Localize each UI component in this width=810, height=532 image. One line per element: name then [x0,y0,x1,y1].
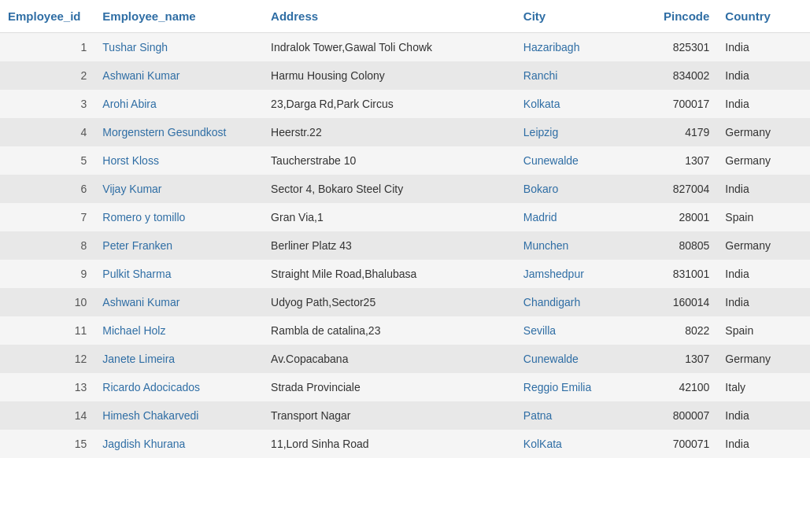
cell-city: Bokaro [516,175,634,203]
cell-address: Gran Via,1 [263,203,516,231]
cell-city: Chandigarh [516,288,634,316]
cell-employee-id: 3 [0,90,94,118]
table-row: 10Ashwani KumarUdyog Path,Sector25Chandi… [0,288,810,316]
cell-employee-id: 7 [0,203,94,231]
cell-pincode: 800007 [633,401,717,430]
cell-city: Munchen [516,231,634,260]
cell-pincode: 42100 [633,373,717,401]
table-row: 15Jagdish Khurana11,Lord Sinha RoadKolKa… [0,430,810,458]
cell-city: Patna [516,401,634,430]
cell-address: Heerstr.22 [263,118,516,146]
cell-employee-name: Vijay Kumar [94,175,263,203]
cell-employee-id: 2 [0,61,94,90]
cell-employee-id: 6 [0,175,94,203]
cell-address: 11,Lord Sinha Road [263,430,516,458]
cell-city: Leipzig [516,118,634,146]
cell-address: Rambla de catalina,23 [263,316,516,345]
table-row: 7Romero y tomilloGran Via,1Madrid28001Sp… [0,203,810,231]
cell-address: Strada Provinciale [263,373,516,401]
cell-employee-id: 5 [0,146,94,175]
cell-address: 23,Darga Rd,Park Circus [263,90,516,118]
cell-pincode: 4179 [633,118,717,146]
cell-country: Spain [717,203,810,231]
cell-city: Reggio Emilia [516,373,634,401]
cell-country: India [717,260,810,288]
cell-pincode: 834002 [633,61,717,90]
cell-country: India [717,430,810,458]
cell-address: Transport Nagar [263,401,516,430]
cell-city: KolKata [516,430,634,458]
cell-pincode: 160014 [633,288,717,316]
table-row: 12Janete LimeiraAv.CopacabanaCunewalde13… [0,345,810,373]
cell-pincode: 827004 [633,175,717,203]
cell-pincode: 1307 [633,146,717,175]
cell-city: Ranchi [516,61,634,90]
cell-employee-name: Arohi Abira [94,90,263,118]
cell-city: Cunewalde [516,146,634,175]
col-header-id: Employee_id [0,0,94,33]
cell-country: Germany [717,146,810,175]
cell-employee-name: Horst Kloss [94,146,263,175]
table-row: 11Michael HolzRambla de catalina,23Sevil… [0,316,810,345]
cell-address: Harmu Housing Colony [263,61,516,90]
cell-pincode: 28001 [633,203,717,231]
cell-country: Germany [717,231,810,260]
cell-country: Spain [717,316,810,345]
cell-employee-id: 8 [0,231,94,260]
cell-country: India [717,288,810,316]
cell-city: Madrid [516,203,634,231]
cell-address: Av.Copacabana [263,345,516,373]
cell-country: India [717,175,810,203]
cell-employee-id: 14 [0,401,94,430]
cell-pincode: 700017 [633,90,717,118]
cell-city: Jamshedpur [516,260,634,288]
cell-country: Germany [717,345,810,373]
cell-city: Cunewalde [516,345,634,373]
col-header-address: Address [263,0,516,33]
cell-city: Kolkata [516,90,634,118]
cell-pincode: 8022 [633,316,717,345]
cell-address: Udyog Path,Sector25 [263,288,516,316]
table-row: 5Horst KlossTaucherstrabe 10Cunewalde130… [0,146,810,175]
cell-country: India [717,90,810,118]
cell-employee-id: 15 [0,430,94,458]
cell-employee-id: 13 [0,373,94,401]
cell-country: Italy [717,373,810,401]
table-row: 14Himesh ChakarvediTransport NagarPatna8… [0,401,810,430]
cell-country: India [717,33,810,62]
cell-address: Indralok Tower,Gawal Toli Chowk [263,33,516,62]
table-row: 2Ashwani KumarHarmu Housing ColonyRanchi… [0,61,810,90]
cell-employee-name: Peter Franken [94,231,263,260]
cell-employee-name: Jagdish Khurana [94,430,263,458]
cell-employee-name: Ashwani Kumar [94,288,263,316]
cell-address: Berliner Platz 43 [263,231,516,260]
cell-pincode: 80805 [633,231,717,260]
employee-table: Employee_id Employee_name Address City P… [0,0,810,458]
table-header-row: Employee_id Employee_name Address City P… [0,0,810,33]
cell-employee-name: Michael Holz [94,316,263,345]
table-row: 9Pulkit SharmaStraight Mile Road,Bhaluba… [0,260,810,288]
cell-employee-name: Tushar Singh [94,33,263,62]
table-row: 4Morgenstern GesundkostHeerstr.22Leipzig… [0,118,810,146]
cell-employee-name: Ashwani Kumar [94,61,263,90]
table-row: 13Ricardo AdocicadosStrada ProvincialeRe… [0,373,810,401]
table-row: 6Vijay KumarSector 4, Bokaro Steel CityB… [0,175,810,203]
cell-pincode: 831001 [633,260,717,288]
cell-employee-id: 12 [0,345,94,373]
col-header-name: Employee_name [94,0,263,33]
cell-pincode: 1307 [633,345,717,373]
cell-country: India [717,61,810,90]
cell-employee-id: 11 [0,316,94,345]
cell-country: India [717,401,810,430]
cell-country: Germany [717,118,810,146]
table-row: 1Tushar SinghIndralok Tower,Gawal Toli C… [0,33,810,62]
col-header-pincode: Pincode [633,0,717,33]
cell-employee-name: Janete Limeira [94,345,263,373]
cell-employee-name: Himesh Chakarvedi [94,401,263,430]
table-row: 8Peter FrankenBerliner Platz 43Munchen80… [0,231,810,260]
cell-city: Sevilla [516,316,634,345]
cell-pincode: 700071 [633,430,717,458]
cell-address: Taucherstrabe 10 [263,146,516,175]
cell-employee-name: Pulkit Sharma [94,260,263,288]
cell-employee-name: Morgenstern Gesundkost [94,118,263,146]
